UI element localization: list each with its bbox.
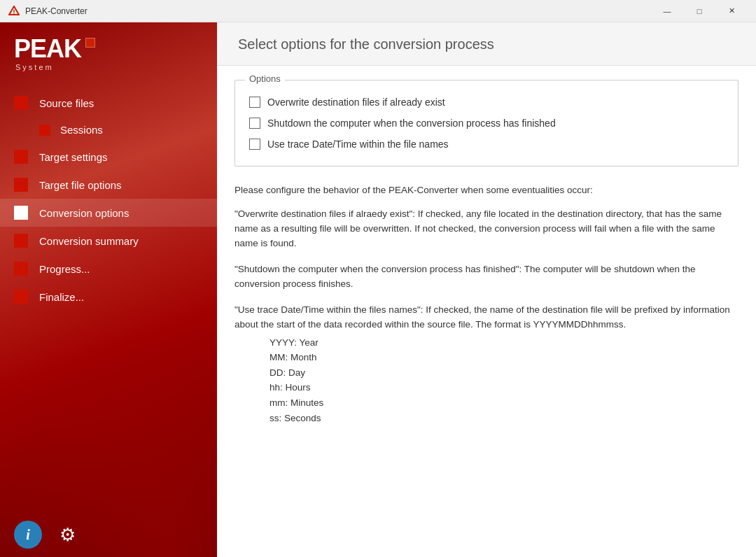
description-trace-text: "Use trace Date/Time within the files na… xyxy=(234,303,738,332)
format-ss: ss: Seconds xyxy=(270,411,738,426)
nav-indicator-target-settings xyxy=(14,150,28,164)
system-label: System xyxy=(15,63,54,71)
peak-letters: PEAK xyxy=(14,36,81,62)
options-legend: Options xyxy=(245,73,285,84)
trace-datetime-label: Use trace Date/Time within the file name… xyxy=(267,139,449,150)
close-button[interactable]: ✕ xyxy=(715,0,748,22)
info-icon: i xyxy=(26,527,30,543)
sidebar-item-conversion-summary[interactable]: Conversion summary xyxy=(0,227,217,255)
minimize-button[interactable]: — xyxy=(651,0,683,22)
format-hh: hh: Hours xyxy=(270,380,738,395)
format-list: YYYY: Year MM: Month DD: Day hh: Hours m… xyxy=(270,335,738,426)
format-yyyy: YYYY: Year xyxy=(270,335,738,351)
overwrite-label: Overwrite destination files if already e… xyxy=(267,97,445,108)
page-title: Select options for the conversion proces… xyxy=(238,36,735,52)
nav-indicator-target-file-options xyxy=(14,178,28,192)
sidebar-label-sessions: Sessions xyxy=(60,124,103,136)
option-trace-datetime-row: Use trace Date/Time within the file name… xyxy=(249,134,724,155)
sidebar-item-sessions[interactable]: Sessions xyxy=(0,117,217,143)
peak-logo: PEAK System xyxy=(14,36,95,71)
sidebar-item-progress[interactable]: Progress... xyxy=(0,255,217,283)
options-box: Options Overwrite destination files if a… xyxy=(234,80,738,167)
svg-point-2 xyxy=(13,13,15,15)
sidebar-item-target-file-options[interactable]: Target file options xyxy=(0,171,217,199)
sidebar-label-conversion-summary: Conversion summary xyxy=(39,235,139,247)
main-header: Select options for the conversion proces… xyxy=(217,22,756,66)
description-shutdown-text: "Shutdown the computer when the conversi… xyxy=(234,262,738,292)
sidebar-item-target-settings[interactable]: Target settings xyxy=(0,143,217,171)
sidebar-label-target-settings: Target settings xyxy=(39,151,108,163)
nav-indicator-conversion-options xyxy=(14,206,28,220)
description-trace-block: "Use trace Date/Time within the files na… xyxy=(234,303,738,425)
format-dd: DD: Day xyxy=(270,365,738,381)
nav-items: Source files Sessions Target settings Ta… xyxy=(0,82,217,512)
description-overwrite-block: "Overwrite destination files if alraedy … xyxy=(234,207,738,251)
trace-datetime-checkbox[interactable] xyxy=(249,139,260,150)
format-mm: MM: Month xyxy=(270,350,738,365)
shutdown-checkbox[interactable] xyxy=(249,118,260,129)
window-title: PEAK-Converter xyxy=(25,6,651,16)
info-button[interactable]: i xyxy=(14,521,42,549)
shutdown-label: Shutdown the computer when the conversio… xyxy=(267,118,556,129)
peak-text-group: PEAK xyxy=(14,36,95,62)
app-container: PEAK System Source files Sessions Target… xyxy=(0,22,756,557)
window-controls: — □ ✕ xyxy=(651,0,748,22)
description-intro: Please configure the behavior of the PEA… xyxy=(234,183,738,197)
sidebar-label-target-file-options: Target file options xyxy=(39,179,122,191)
nav-indicator-sessions xyxy=(39,125,50,136)
app-icon xyxy=(8,6,20,17)
main-body: Options Overwrite destination files if a… xyxy=(217,66,756,451)
peak-square-decoration xyxy=(85,38,95,48)
sidebar-label-conversion-options: Conversion options xyxy=(39,207,129,219)
description-overwrite-text: "Overwrite destination files if alraedy … xyxy=(234,207,738,251)
nav-indicator-finalize xyxy=(14,290,28,304)
sidebar-label-source-files: Source files xyxy=(39,97,94,109)
option-overwrite-row: Overwrite destination files if already e… xyxy=(249,92,724,113)
format-min: mm: Minutes xyxy=(270,395,738,411)
sidebar-logo: PEAK System xyxy=(0,22,217,82)
sidebar: PEAK System Source files Sessions Target… xyxy=(0,22,217,557)
nav-indicator-progress xyxy=(14,262,28,276)
titlebar: PEAK-Converter — □ ✕ xyxy=(0,0,756,22)
settings-button[interactable]: ⚙ xyxy=(53,521,81,549)
sidebar-item-source-files[interactable]: Source files xyxy=(0,89,217,117)
main-content: Select options for the conversion proces… xyxy=(217,22,756,557)
description-shutdown-block: "Shutdown the computer when the conversi… xyxy=(234,262,738,292)
sidebar-item-conversion-options[interactable]: Conversion options xyxy=(0,199,217,227)
sidebar-label-progress: Progress... xyxy=(39,263,90,275)
gear-icon: ⚙ xyxy=(59,524,76,546)
nav-indicator-source-files xyxy=(14,96,28,110)
overwrite-checkbox[interactable] xyxy=(249,97,260,108)
nav-indicator-conversion-summary xyxy=(14,234,28,248)
maximize-button[interactable]: □ xyxy=(683,0,715,22)
sidebar-item-finalize[interactable]: Finalize... xyxy=(0,283,217,311)
sidebar-bottom-toolbar: i ⚙ xyxy=(0,512,217,557)
sidebar-label-finalize: Finalize... xyxy=(39,291,84,303)
option-shutdown-row: Shutdown the computer when the conversio… xyxy=(249,113,724,134)
